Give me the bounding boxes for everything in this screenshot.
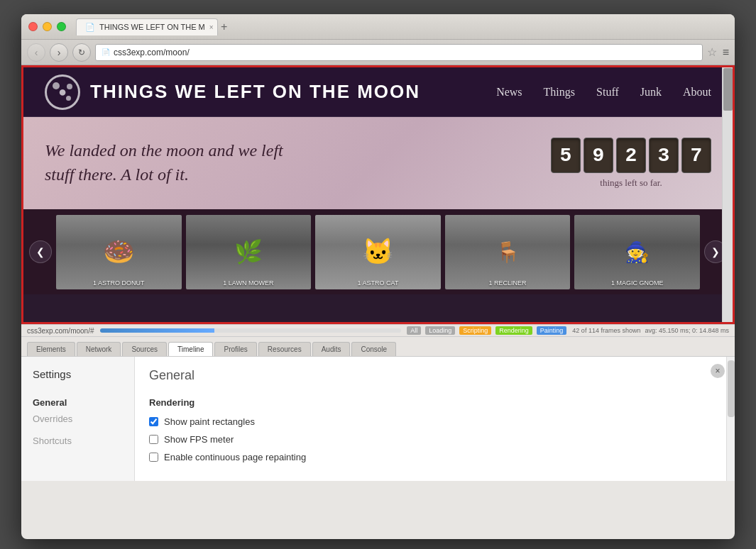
devtools-main: General Rendering Show paint rectangles … xyxy=(135,357,726,481)
site-title: THINGS WE LEFT ON THE MOON xyxy=(90,81,420,103)
nav-link-stuff[interactable]: Stuff xyxy=(596,86,619,99)
avg-info: avg: 45.150 ms; 0: 14.848 ms xyxy=(645,327,729,334)
checkbox-fps-label: Show FPS meter xyxy=(164,434,234,445)
titlebar: 📄 THINGS WE LEFT ON THE M × + xyxy=(21,14,735,40)
url-bar[interactable]: 📄 css3exp.com/moon/ xyxy=(95,44,703,61)
counter-label: things left so far. xyxy=(600,177,662,189)
menu-button[interactable]: ≡ xyxy=(723,46,729,59)
devtools-tab-resources[interactable]: Resources xyxy=(258,342,311,356)
tab-favicon: 📄 xyxy=(85,23,95,32)
counter-section: 5 9 2 3 7 things left so far. xyxy=(551,138,711,189)
site-navigation: ● THINGS WE LEFT ON THE MOON News Things… xyxy=(23,67,733,117)
forward-button[interactable]: › xyxy=(50,43,68,62)
devtools-tab-elements[interactable]: Elements xyxy=(27,342,75,356)
pill-painting[interactable]: Painting xyxy=(537,326,567,335)
hero-section: We landed on the moon and we left stuff … xyxy=(23,117,733,209)
devtools-sidebar: Settings General Overrides Shortcuts xyxy=(21,357,135,481)
devtools-panel-title: General xyxy=(149,368,712,383)
devtools-panel: Settings General Overrides Shortcuts Gen… xyxy=(21,357,735,481)
scrollbar-thumb xyxy=(723,68,733,111)
tab-close-icon[interactable]: × xyxy=(209,23,214,31)
refresh-button[interactable]: ↻ xyxy=(72,43,91,62)
devtools-tab-profiles[interactable]: Profiles xyxy=(214,342,256,356)
devtools-tabs: Elements Network Sources Timeline Profil… xyxy=(21,337,735,357)
devtools-scrollbar[interactable] xyxy=(726,357,735,481)
devtools-tab-sources[interactable]: Sources xyxy=(122,342,167,356)
thumb-label-4: 1 MAGIC GNOME xyxy=(574,279,700,287)
thumbnail-1[interactable]: 🌿 1 LAWN MOWER xyxy=(186,215,312,289)
counter-digits: 5 9 2 3 7 xyxy=(551,138,711,173)
new-tab-button[interactable]: + xyxy=(221,21,227,33)
browser-window: 📄 THINGS WE LEFT ON THE M × + ‹ › ↻ 📄 cs… xyxy=(21,14,735,539)
nav-link-about[interactable]: About xyxy=(683,86,711,99)
minimize-button[interactable] xyxy=(43,22,52,31)
pill-rendering[interactable]: Rendering xyxy=(495,326,532,335)
devtools-scroll-thumb xyxy=(728,360,735,417)
devtools-menu-overrides[interactable]: Overrides xyxy=(33,411,123,427)
checkbox-row-1: Show FPS meter xyxy=(149,434,712,445)
frame-info: 42 of 114 frames shown xyxy=(572,327,640,334)
thumbnail-3[interactable]: 🪑 1 RECLINER xyxy=(445,215,571,289)
checkbox-row-2: Enable continuous page repainting xyxy=(149,452,712,462)
devtools-close-button[interactable]: × xyxy=(711,364,725,378)
thumb-label-0: 1 ASTRO DONUT xyxy=(56,279,182,287)
url-favicon: 📄 xyxy=(102,48,110,56)
thumb-label-1: 1 LAWN MOWER xyxy=(186,279,312,287)
checkbox-row-0: Show paint rectangles xyxy=(149,416,712,427)
nav-link-news[interactable]: News xyxy=(496,86,522,99)
pill-loading[interactable]: Loading xyxy=(425,326,455,335)
pill-scripting[interactable]: Scripting xyxy=(459,326,491,335)
devtools-tab-audits[interactable]: Audits xyxy=(312,342,351,356)
hero-headline: We landed on the moon and we left stuff … xyxy=(45,139,551,187)
thumb-label-3: 1 RECLINER xyxy=(445,279,571,287)
site-logo: ● THINGS WE LEFT ON THE MOON xyxy=(45,74,496,110)
devtools-section-rendering: Rendering xyxy=(149,397,712,408)
website-content: ● THINGS WE LEFT ON THE MOON News Things… xyxy=(21,65,735,324)
devtools-sidebar-title: Settings xyxy=(33,368,123,380)
progress-bar xyxy=(100,328,402,333)
checkbox-fps-meter[interactable] xyxy=(149,435,158,444)
url-text: css3exp.com/moon/ xyxy=(114,48,190,57)
checkbox-paint-rects-label: Show paint rectangles xyxy=(164,416,255,427)
devtools-tab-console[interactable]: Console xyxy=(351,342,396,356)
checkbox-paint-rects[interactable] xyxy=(149,417,158,426)
thumbnail-strip: ❮ 🍩 1 ASTRO DONUT 🌿 1 LAWN MOWER 🐱 1 AST… xyxy=(23,209,733,294)
thumbnail-0[interactable]: 🍩 1 ASTRO DONUT xyxy=(56,215,182,289)
checkbox-continuous-repaint[interactable] xyxy=(149,453,158,462)
pill-all[interactable]: All xyxy=(407,326,421,335)
window-controls xyxy=(28,22,66,31)
digit-3: 3 xyxy=(649,138,679,173)
progress-fill xyxy=(100,328,214,333)
tab-title: THINGS WE LEFT ON THE M xyxy=(99,23,205,31)
nav-link-junk[interactable]: Junk xyxy=(640,86,662,99)
status-url: css3exp.com/moon/# xyxy=(27,327,94,335)
maximize-button[interactable] xyxy=(57,22,66,31)
nav-links: News Things Stuff Junk About xyxy=(496,86,711,99)
devtools-tab-network[interactable]: Network xyxy=(77,342,121,356)
site-scrollbar[interactable] xyxy=(722,67,733,322)
prev-button[interactable]: ❮ xyxy=(29,240,52,263)
hero-text: We landed on the moon and we left stuff … xyxy=(45,139,551,187)
nav-link-things[interactable]: Things xyxy=(544,86,575,99)
thumbnail-4[interactable]: 🧙 1 MAGIC GNOME xyxy=(574,215,700,289)
browser-toolbar: ‹ › ↻ 📄 css3exp.com/moon/ ☆ ≡ xyxy=(21,40,735,65)
status-pills: All Loading Scripting Rendering Painting xyxy=(407,326,566,335)
digit-0: 5 xyxy=(551,138,581,173)
digit-2: 2 xyxy=(616,138,646,173)
status-bar: css3exp.com/moon/# All Loading Scripting… xyxy=(21,324,735,337)
devtools-menu-general[interactable]: General xyxy=(33,394,123,411)
bookmark-button[interactable]: ☆ xyxy=(707,45,717,59)
checkbox-continuous-label: Enable continuous page repainting xyxy=(164,452,306,462)
logo-icon: ● xyxy=(45,74,80,110)
devtools-tab-timeline[interactable]: Timeline xyxy=(168,342,213,356)
devtools-menu-shortcuts[interactable]: Shortcuts xyxy=(33,433,123,449)
digit-4: 7 xyxy=(681,138,711,173)
back-button[interactable]: ‹ xyxy=(27,43,45,62)
thumbnail-2[interactable]: 🐱 1 ASTRO CAT xyxy=(315,215,441,289)
close-button[interactable] xyxy=(28,22,38,31)
thumb-label-2: 1 ASTRO CAT xyxy=(315,279,441,287)
active-tab[interactable]: 📄 THINGS WE LEFT ON THE M × xyxy=(76,18,218,35)
digit-1: 9 xyxy=(584,138,613,173)
tab-bar: 📄 THINGS WE LEFT ON THE M × + xyxy=(76,18,699,35)
